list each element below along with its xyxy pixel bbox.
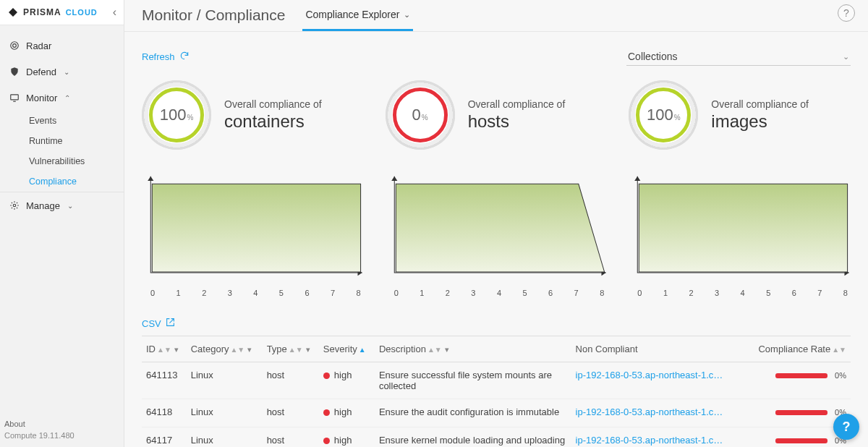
cell-severity: high	[319, 427, 375, 447]
percent-symbol: %	[422, 114, 428, 122]
col-id[interactable]: ID▲▼▾	[142, 336, 187, 362]
gauge-value: 100	[160, 106, 187, 124]
sidebar-footer: About Compute 19.11.480	[0, 412, 124, 447]
cell-noncompliant: ip-192-168-0-53.ap-northeast-1.com…	[571, 362, 746, 399]
col-severity[interactable]: Severity▲	[319, 336, 375, 362]
gauge-value: 0	[412, 106, 421, 124]
chart-xaxis: 012345678	[142, 287, 364, 297]
col-description[interactable]: Description▲▼▾	[375, 336, 571, 362]
sidebar-nav: Radar Defend ⌄ Monitor ⌃ Events Runtime …	[0, 25, 124, 412]
gear-icon	[9, 200, 20, 211]
radar-icon	[9, 40, 20, 51]
col-type[interactable]: Type▲▼▾	[263, 336, 319, 362]
gauge-hosts: 0% Overall compliance of hosts	[386, 80, 608, 150]
cell-rate: 0%	[746, 362, 851, 399]
gauge-row: 100% Overall compliance of containers 0%…	[142, 80, 851, 150]
noncompliant-link[interactable]: ip-192-168-0-53.ap-northeast-1.com…	[576, 406, 728, 417]
export-icon	[166, 318, 175, 329]
brand-logo-icon	[7, 7, 19, 18]
col-category[interactable]: Category▲▼▾	[187, 336, 263, 362]
sidebar-item-defend[interactable]: Defend ⌄	[0, 59, 124, 85]
cell-type: host	[263, 362, 319, 399]
gauge-title: images	[711, 111, 809, 132]
gauge-subtitle: Overall compliance of	[711, 98, 809, 110]
rate-bar	[775, 373, 827, 378]
svg-rect-2	[11, 95, 19, 100]
severity-dot-icon	[323, 438, 330, 444]
filter-icon[interactable]: ▾	[445, 345, 449, 354]
chart-xaxis: 012345678	[386, 287, 608, 297]
sidebar-item-manage[interactable]: Manage ⌄	[0, 192, 124, 218]
noncompliant-link[interactable]: ip-192-168-0-53.ap-northeast-1.com…	[576, 435, 728, 446]
content: Refresh Collections ⌄ 100% Overall compl…	[124, 32, 868, 447]
sidebar-item-runtime[interactable]: Runtime	[29, 131, 124, 151]
sidebar-collapse-icon[interactable]: ‹	[113, 6, 116, 19]
chevron-up-icon: ⌃	[64, 94, 70, 102]
cell-id: 641113	[142, 362, 187, 399]
cell-type: host	[263, 427, 319, 447]
percent-symbol: %	[187, 114, 193, 122]
table-row[interactable]: 641113LinuxhosthighEnsure successful fil…	[142, 362, 851, 399]
sort-asc-icon: ▲	[359, 346, 366, 354]
brand-bar: PRISMA CLOUD ‹	[0, 0, 124, 25]
table-row[interactable]: 64118LinuxhosthighEnsure the audit confi…	[142, 399, 851, 427]
sidebar-item-events[interactable]: Events	[29, 111, 124, 131]
gauge-subtitle: Overall compliance of	[224, 98, 322, 110]
help-button[interactable]: ?	[838, 4, 855, 22]
tab-label: Compliance Explorer	[305, 9, 399, 20]
severity-dot-icon	[323, 409, 330, 416]
sidebar-item-label: Radar	[26, 41, 51, 51]
csv-export-button[interactable]: CSV	[142, 318, 175, 329]
sort-icon: ▲▼	[289, 346, 303, 354]
gauge-value: 100	[647, 106, 673, 124]
rate-bar	[775, 438, 827, 443]
gauge-title: containers	[224, 111, 322, 132]
sidebar-item-label: Defend	[26, 67, 56, 77]
collections-dropdown[interactable]: Collections ⌄	[626, 48, 851, 66]
filter-icon[interactable]: ▾	[174, 345, 179, 354]
sort-icon: ▲▼	[427, 346, 442, 354]
svg-point-3	[13, 204, 16, 207]
gauge-title: hosts	[468, 111, 566, 132]
content-toolbar: Refresh Collections ⌄	[142, 48, 851, 66]
csv-label: CSV	[142, 318, 161, 329]
refresh-button[interactable]: Refresh	[142, 51, 190, 63]
cell-type: host	[263, 399, 319, 427]
svg-point-0	[11, 42, 19, 50]
sort-icon: ▲▼	[157, 346, 171, 354]
chevron-down-icon: ⌄	[404, 10, 410, 20]
cell-description: Ensure successful file system mounts are…	[375, 362, 571, 399]
col-rate[interactable]: Compliance Rate▲▼	[746, 336, 851, 362]
brand-name: PRISMA	[23, 7, 61, 17]
chart-row: 012345678 012345678 012345678	[142, 169, 851, 284]
cell-noncompliant: ip-192-168-0-53.ap-northeast-1.com…	[571, 427, 746, 447]
shield-icon	[9, 66, 20, 77]
refresh-label: Refresh	[142, 51, 175, 62]
cell-id: 64118	[142, 399, 187, 427]
chevron-down-icon: ⌄	[67, 202, 73, 210]
chart-images: 012345678	[629, 169, 851, 284]
cell-category: Linux	[187, 362, 263, 399]
collections-label: Collections	[628, 51, 677, 62]
sidebar-item-compliance[interactable]: Compliance	[29, 171, 124, 192]
severity-dot-icon	[323, 372, 330, 379]
sidebar-item-vulnerabilities[interactable]: Vulnerabilities	[29, 151, 124, 171]
filter-icon[interactable]: ▾	[247, 345, 252, 354]
version-text: Compute 19.11.480	[4, 431, 119, 440]
sidebar-item-radar[interactable]: Radar	[0, 33, 124, 59]
results-table: ID▲▼▾ Category▲▼▾ Type▲▼▾ Severity▲ Desc…	[142, 336, 851, 448]
filter-icon[interactable]: ▾	[306, 345, 310, 354]
cell-noncompliant: ip-192-168-0-53.ap-northeast-1.com…	[571, 399, 746, 427]
monitor-icon	[9, 92, 20, 103]
table-row[interactable]: 64117LinuxhosthighEnsure kernel module l…	[142, 427, 851, 447]
noncompliant-link[interactable]: ip-192-168-0-53.ap-northeast-1.com…	[576, 370, 728, 380]
col-noncompliant[interactable]: Non Compliant	[571, 336, 746, 362]
sidebar-item-monitor[interactable]: Monitor ⌃	[0, 85, 124, 111]
cell-severity: high	[319, 399, 375, 427]
svg-point-1	[13, 44, 17, 48]
about-link[interactable]: About	[4, 420, 119, 428]
brand-sub: CLOUD	[66, 8, 98, 17]
main: Monitor / Compliance Compliance Explorer…	[124, 0, 868, 447]
help-fab[interactable]: ?	[833, 414, 859, 440]
tab-compliance-explorer[interactable]: Compliance Explorer ⌄	[302, 3, 413, 31]
